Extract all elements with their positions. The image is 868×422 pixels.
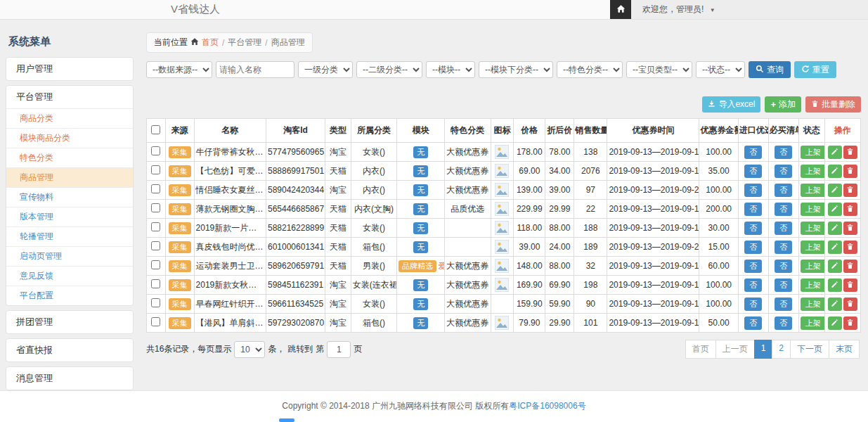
edit-button[interactable] (828, 184, 842, 197)
add-button[interactable]: + 添加 (765, 96, 801, 113)
reset-button[interactable]: 重置 (794, 61, 836, 78)
delete-button[interactable] (843, 203, 857, 216)
filter-select-8[interactable]: --状态-- (696, 61, 745, 78)
page-link-1[interactable]: 上一页 (715, 340, 755, 359)
must-buy-toggle[interactable]: 否 (775, 222, 792, 235)
status-button[interactable]: 上架 (801, 203, 824, 216)
must-buy-toggle[interactable]: 否 (775, 146, 792, 159)
row-checkbox[interactable] (151, 260, 160, 269)
must-buy-toggle[interactable]: 否 (775, 241, 792, 254)
sidebar-subitem-6[interactable]: 轮播管理 (6, 226, 133, 246)
import-optimal-toggle[interactable]: 否 (744, 279, 762, 292)
must-buy-toggle[interactable]: 否 (775, 165, 792, 178)
sidebar-subitem-7[interactable]: 启动页管理 (6, 246, 133, 266)
filter-select-2[interactable]: 一级分类 (298, 61, 353, 78)
row-checkbox[interactable] (151, 241, 160, 250)
row-checkbox[interactable] (151, 146, 160, 155)
import-optimal-toggle[interactable]: 否 (744, 241, 762, 254)
status-button[interactable]: 上架 (801, 279, 824, 292)
row-checkbox[interactable] (151, 222, 160, 231)
sidebar-subitem-5[interactable]: 版本管理 (6, 207, 133, 226)
delete-button[interactable] (843, 279, 857, 292)
sidebar-subitem-8[interactable]: 意见反馈 (6, 266, 133, 286)
import-optimal-toggle[interactable]: 否 (744, 260, 762, 273)
row-checkbox[interactable] (151, 298, 160, 307)
jump-page-input[interactable] (327, 341, 351, 358)
sidebar-item-0[interactable]: 用户管理 (6, 58, 133, 80)
import-optimal-toggle[interactable]: 否 (744, 298, 762, 311)
row-checkbox[interactable] (151, 165, 160, 174)
delete-button[interactable] (843, 146, 857, 159)
must-buy-toggle[interactable]: 否 (775, 203, 792, 216)
page-link-5[interactable]: 末页 (829, 340, 860, 359)
sidebar-item-1[interactable]: 平台管理 (6, 86, 133, 108)
search-button[interactable]: 查询 (749, 61, 791, 78)
sidebar-subitem-1[interactable]: 模块商品分类 (6, 128, 133, 148)
status-button[interactable]: 上架 (801, 165, 824, 178)
status-button[interactable]: 上架 (801, 316, 824, 330)
delete-button[interactable] (843, 260, 857, 273)
import-optimal-toggle[interactable]: 否 (744, 184, 762, 197)
row-checkbox[interactable] (151, 317, 160, 326)
per-page-select[interactable]: 10 (234, 341, 265, 358)
horizontal-scrollbar-thumb[interactable] (279, 418, 294, 422)
page-link-0[interactable]: 首页 (685, 340, 716, 359)
filter-select-7[interactable]: --宝贝类型-- (626, 61, 692, 78)
page-link-3[interactable]: 2 (772, 340, 791, 359)
select-all-checkbox[interactable] (151, 125, 160, 134)
edit-button[interactable] (828, 316, 842, 330)
edit-button[interactable] (828, 222, 842, 235)
icp-link[interactable]: 粤ICP备16098006号 (509, 401, 585, 411)
delete-button[interactable] (843, 298, 857, 311)
delete-button[interactable] (843, 184, 857, 197)
delete-button[interactable] (843, 165, 857, 178)
welcome-menu[interactable]: 欢迎您，管理员! ▼ (631, 4, 715, 15)
import-excel-button[interactable]: 导入excel (702, 96, 760, 113)
batch-delete-button[interactable]: 批量删除 (805, 96, 861, 113)
sidebar-subitem-4[interactable]: 宣传物料 (6, 187, 133, 207)
import-optimal-toggle[interactable]: 否 (744, 203, 762, 216)
sidebar-subitem-3[interactable]: 商品管理 (6, 167, 133, 187)
breadcrumb-home-link[interactable]: 首页 (202, 37, 219, 49)
row-checkbox[interactable] (151, 203, 160, 212)
filter-select-4[interactable]: --模块-- (426, 61, 475, 78)
edit-button[interactable] (828, 165, 842, 178)
import-optimal-toggle[interactable]: 否 (744, 146, 762, 159)
edit-button[interactable] (828, 279, 842, 292)
edit-button[interactable] (828, 298, 842, 311)
filter-select-5[interactable]: --模块下分类-- (479, 61, 553, 78)
edit-button[interactable] (828, 146, 842, 159)
filter-select-3[interactable]: --二级分类-- (356, 61, 422, 78)
sidebar-subitem-2[interactable]: 特色分类 (6, 148, 133, 167)
import-optimal-toggle[interactable]: 否 (744, 222, 762, 235)
edit-button[interactable] (828, 260, 842, 273)
must-buy-toggle[interactable]: 否 (775, 298, 792, 311)
page-link-2[interactable]: 1 (754, 340, 773, 359)
sidebar-item-3[interactable]: 省直快报 (6, 339, 133, 362)
must-buy-toggle[interactable]: 否 (775, 316, 792, 330)
filter-select-6[interactable]: --特色分类-- (557, 61, 623, 78)
delete-button[interactable] (843, 222, 857, 235)
sidebar-item-4[interactable]: 消息管理 (6, 367, 133, 390)
status-button[interactable]: 上架 (801, 184, 824, 197)
page-link-4[interactable]: 下一页 (790, 340, 829, 359)
row-checkbox[interactable] (151, 184, 160, 193)
status-button[interactable]: 上架 (801, 222, 824, 235)
name-search-input[interactable] (216, 61, 294, 78)
row-checkbox[interactable] (151, 279, 160, 288)
must-buy-toggle[interactable]: 否 (775, 260, 792, 273)
edit-button[interactable] (828, 203, 842, 216)
sidebar-item-2[interactable]: 拼团管理 (6, 311, 133, 333)
filter-select-0[interactable]: --数据来源-- (146, 61, 212, 78)
must-buy-toggle[interactable]: 否 (775, 279, 792, 292)
home-button[interactable] (610, 0, 631, 19)
status-button[interactable]: 上架 (801, 260, 824, 273)
status-button[interactable]: 上架 (801, 146, 824, 159)
import-optimal-toggle[interactable]: 否 (744, 316, 762, 330)
delete-button[interactable] (843, 241, 857, 254)
status-button[interactable]: 上架 (801, 241, 824, 254)
sidebar-subitem-0[interactable]: 商品分类 (6, 108, 133, 128)
import-optimal-toggle[interactable]: 否 (744, 165, 762, 178)
delete-button[interactable] (843, 316, 857, 330)
sidebar-subitem-9[interactable]: 平台配置 (6, 286, 133, 305)
